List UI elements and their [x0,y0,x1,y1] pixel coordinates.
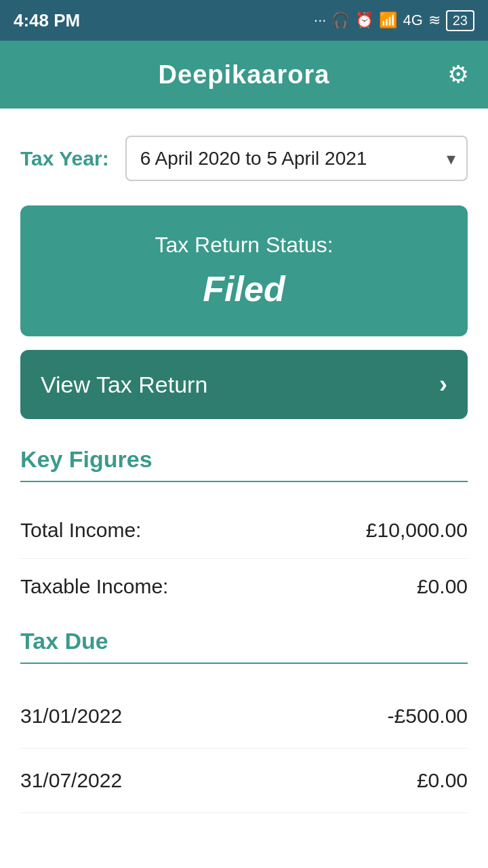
chevron-right-icon: › [439,370,447,399]
tax-due-date-1: 31/01/2022 [20,705,122,728]
tax-due-section: Tax Due 31/01/2022 -£500.00 31/07/2022 £… [20,628,468,813]
taxable-income-label: Taxable Income: [20,575,168,598]
view-tax-return-label: View Tax Return [41,372,207,398]
tax-due-title: Tax Due [20,628,468,654]
status-time: 4:48 PM [14,10,80,31]
status-card-value: Filed [41,269,447,309]
battery-icon: 23 [446,10,474,31]
tax-due-divider [20,663,468,664]
total-income-label: Total Income: [20,519,141,542]
status-card: Tax Return Status: Filed [20,205,468,336]
app-title: Deepikaarora [159,60,330,90]
view-tax-return-button[interactable]: View Tax Return › [20,350,468,419]
taxable-income-row: Taxable Income: £0.00 [20,559,468,614]
key-figures-divider [20,481,468,482]
tax-year-select[interactable]: 6 April 2020 to 5 April 2021 6 April 201… [125,136,468,181]
total-income-row: Total Income: £10,000.00 [20,502,468,559]
signal-icon: 📶 [379,12,397,29]
wifi-icon: ≋ [428,12,441,29]
app-bar: Deepikaarora ⚙ [0,41,488,108]
tax-year-row: Tax Year: 6 April 2020 to 5 April 2021 6… [20,136,468,181]
status-icons: ··· 🎧 ⏰ 📶 4G ≋ 23 [314,10,474,31]
status-bar: 4:48 PM ··· 🎧 ⏰ 📶 4G ≋ 23 [0,0,488,41]
main-content: Tax Year: 6 April 2020 to 5 April 2021 6… [0,108,488,840]
status-card-title: Tax Return Status: [41,233,447,258]
tax-due-value-1: -£500.00 [388,705,468,728]
tax-due-value-2: £0.00 [417,769,468,792]
headphone-icon: 🎧 [331,12,350,29]
tax-year-select-wrapper[interactable]: 6 April 2020 to 5 April 2021 6 April 201… [125,136,468,181]
taxable-income-value: £0.00 [417,575,468,598]
tax-year-label: Tax Year: [20,147,109,170]
tax-due-row-1: 31/01/2022 -£500.00 [20,684,468,749]
network-label: 4G [403,12,422,29]
alarm-icon: ⏰ [355,12,373,29]
signal-dots: ··· [314,12,326,29]
tax-due-date-2: 31/07/2022 [20,769,122,792]
key-figures-title: Key Figures [20,446,468,473]
settings-icon[interactable]: ⚙ [447,60,469,89]
tax-due-row-2: 31/07/2022 £0.00 [20,749,468,813]
total-income-value: £10,000.00 [366,519,468,542]
key-figures-section: Key Figures Total Income: £10,000.00 Tax… [20,446,468,614]
